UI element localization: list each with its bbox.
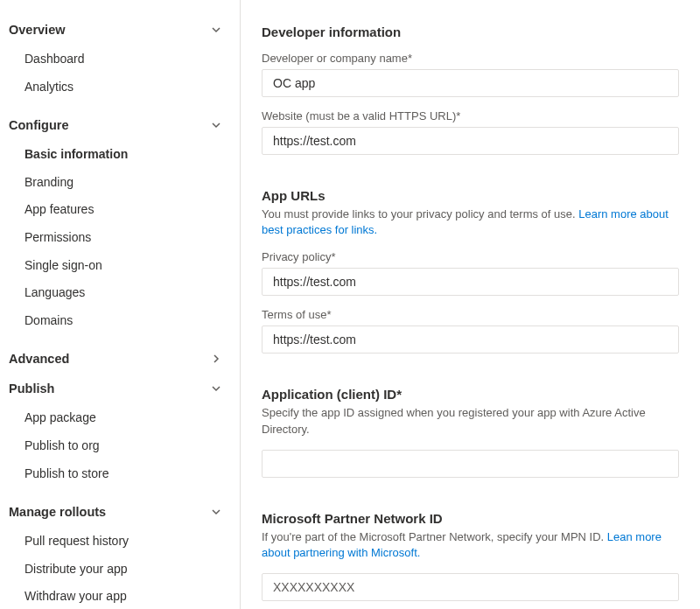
chevron-down-icon [210,119,222,131]
section-title: Application (client) ID* [262,387,679,402]
privacy-policy-input[interactable] [262,268,679,296]
section-application-client-id: Application (client) ID* Specify the app… [262,387,679,477]
nav-header-label: Publish [9,382,54,396]
nav-header-label: Overview [9,23,66,37]
field-company-name: Developer or company name* [262,52,679,97]
nav-section-configure: Configure Basic information Branding App… [0,111,240,343]
desc-text: You must provide links to your privacy p… [262,207,578,220]
field-terms-of-use: Terms of use* [262,308,679,354]
section-app-urls: App URLs You must provide links to your … [262,188,679,354]
nav-section-advanced: Advanced [0,345,240,373]
section-title: Microsoft Partner Network ID [262,511,679,526]
sidebar: Overview Dashboard Analytics Configure B… [0,0,241,609]
sidebar-item-publish-to-store[interactable]: Publish to store [0,460,240,488]
nav-header-label: Configure [9,118,68,132]
nav-header-manage-rollouts[interactable]: Manage rollouts [0,498,240,526]
nav-header-configure[interactable]: Configure [0,111,240,139]
sidebar-item-dashboard[interactable]: Dashboard [0,46,240,74]
nav-header-advanced[interactable]: Advanced [0,345,240,373]
main-content: Developer information Developer or compa… [241,0,700,609]
nav-section-publish: Publish App package Publish to org Publi… [0,374,240,496]
sidebar-item-domains[interactable]: Domains [0,307,240,335]
terms-of-use-label: Terms of use* [262,308,679,321]
chevron-down-icon [210,24,222,36]
nav-items: Pull request history Distribute your app… [0,526,240,609]
section-title: App URLs [262,188,679,203]
mpn-id-input[interactable] [262,573,679,601]
chevron-right-icon [210,353,222,365]
section-mpn-id: Microsoft Partner Network ID If you're p… [262,511,679,601]
chevron-down-icon [210,506,222,518]
sidebar-item-app-features[interactable]: App features [0,196,240,224]
nav-header-overview[interactable]: Overview [0,16,240,44]
website-input[interactable] [262,127,679,155]
company-name-label: Developer or company name* [262,52,679,65]
nav-header-label: Advanced [9,352,69,366]
section-title: Developer information [262,24,679,39]
privacy-policy-label: Privacy policy* [262,250,679,263]
app-urls-desc: You must provide links to your privacy p… [262,206,679,238]
sidebar-item-languages[interactable]: Languages [0,279,240,307]
sidebar-item-distribute-your-app[interactable]: Distribute your app [0,556,240,584]
company-name-input[interactable] [262,69,679,97]
nav-section-manage-rollouts: Manage rollouts Pull request history Dis… [0,498,240,609]
nav-section-overview: Overview Dashboard Analytics [0,16,240,109]
nav-items: Basic information Branding App features … [0,139,240,343]
sidebar-item-app-package[interactable]: App package [0,404,240,432]
sidebar-item-pull-request-history[interactable]: Pull request history [0,528,240,556]
nav-items: App package Publish to org Publish to st… [0,402,240,496]
client-id-input[interactable] [262,450,679,478]
sidebar-item-single-sign-on[interactable]: Single sign-on [0,252,240,280]
chevron-down-icon [210,382,222,395]
nav-header-publish[interactable]: Publish [0,374,240,402]
field-privacy-policy: Privacy policy* [262,250,679,296]
sidebar-item-basic-information[interactable]: Basic information [0,141,240,169]
desc-text: If you're part of the Microsoft Partner … [262,530,607,543]
sidebar-item-analytics[interactable]: Analytics [0,74,240,102]
nav-items: Dashboard Analytics [0,44,240,109]
sidebar-item-branding[interactable]: Branding [0,169,240,197]
website-label: Website (must be a valid HTTPS URL)* [262,109,679,122]
client-id-desc: Specify the app ID assigned when you reg… [262,405,679,437]
sidebar-item-publish-to-org[interactable]: Publish to org [0,432,240,460]
nav-header-label: Manage rollouts [9,505,106,519]
terms-of-use-input[interactable] [262,326,679,354]
sidebar-item-withdraw-your-app[interactable]: Withdraw your app [0,583,240,609]
section-developer-information: Developer information Developer or compa… [262,24,679,155]
field-website: Website (must be a valid HTTPS URL)* [262,109,679,155]
sidebar-item-permissions[interactable]: Permissions [0,224,240,252]
mpn-desc: If you're part of the Microsoft Partner … [262,529,679,561]
